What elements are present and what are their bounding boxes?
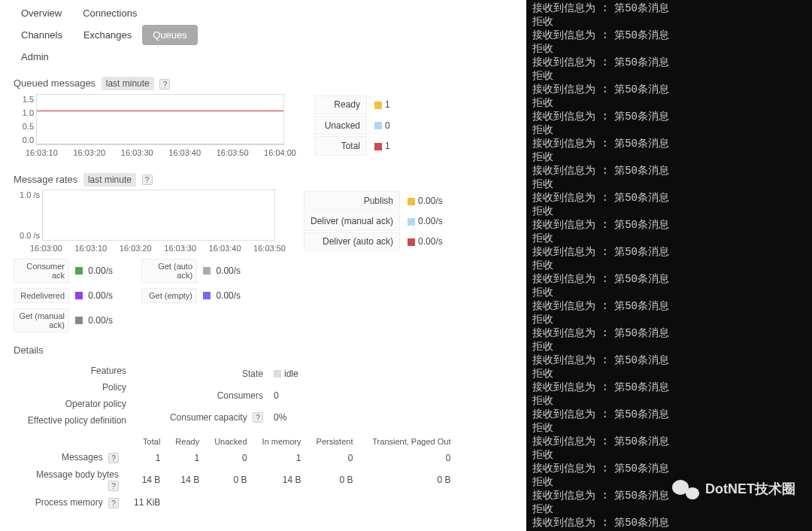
console-line: 接收到信息为 : 第50条消息 bbox=[532, 272, 806, 286]
console-line: 拒收 bbox=[532, 259, 806, 272]
console-line: 拒收 bbox=[532, 421, 806, 435]
console-line: 接收到信息为 : 第50条消息 bbox=[532, 435, 806, 448]
rate-get-empty: Get (empty) 0.00/s bbox=[141, 284, 241, 307]
console-line: 拒收 bbox=[532, 15, 806, 29]
swatch-get-auto bbox=[203, 267, 211, 275]
console-line: 拒收 bbox=[532, 340, 806, 353]
console-line: 接收到信息为 : 第50条消息 bbox=[532, 299, 806, 313]
table-row: Messages ?110100 bbox=[14, 449, 458, 466]
console-line: 接收到信息为 : 第50条消息 bbox=[532, 29, 806, 42]
console-line: 接收到信息为 : 第50条消息 bbox=[532, 83, 806, 96]
legend-total: Total bbox=[314, 136, 367, 155]
swatch-get-empty bbox=[203, 292, 211, 299]
queued-title: Queued messages bbox=[14, 77, 95, 89]
primary-tabs: Overview Connections bbox=[11, 3, 526, 23]
queued-unacked-line bbox=[37, 144, 283, 144]
console-line: 拒收 bbox=[532, 394, 806, 408]
console-line: 拒收 bbox=[532, 502, 806, 516]
console-line: 拒收 bbox=[532, 448, 806, 462]
console-line: 拒收 bbox=[532, 367, 806, 381]
swatch-get-manual bbox=[75, 317, 83, 324]
help-icon[interactable]: ? bbox=[142, 174, 153, 185]
console-line: 拒收 bbox=[532, 286, 806, 299]
console-line: 接收到信息为 : 第50条消息 bbox=[532, 489, 806, 502]
help-icon[interactable]: ? bbox=[108, 453, 119, 463]
tab-channels[interactable]: Channels bbox=[11, 25, 73, 45]
legend-deliver-auto: Deliver (auto ack) bbox=[304, 232, 400, 251]
tab-admin[interactable]: Admin bbox=[11, 47, 59, 67]
tab-queues[interactable]: Queues bbox=[142, 25, 198, 45]
console-line: 接收到信息为 : 第50条消息 bbox=[532, 245, 806, 259]
console-line: 拒收 bbox=[532, 313, 806, 326]
rates-chart: 1.0 /s 0.0 /s bbox=[42, 190, 275, 241]
rates-title: Message rates bbox=[14, 174, 77, 185]
swatch-ready bbox=[374, 102, 382, 109]
rate-get-manual: Get (manual ack) 0.00/s bbox=[14, 308, 113, 332]
console-line: 拒收 bbox=[532, 150, 806, 164]
console-line: 接收到信息为 : 第50条消息 bbox=[532, 353, 806, 367]
rates-y-axis: 1.0 /s 0.0 /s bbox=[13, 190, 40, 240]
rates-extra: Consumer ack 0.00/s Redelivered 0.00/s G… bbox=[14, 259, 526, 332]
console-line: 接收到信息为 : 第50条消息 bbox=[532, 326, 806, 340]
details-right: Stateidle Consumers0 Consumer capacity ?… bbox=[150, 362, 304, 429]
console-line: 拒收 bbox=[532, 96, 806, 110]
state-icon bbox=[274, 370, 281, 378]
queued-section: Queued messages last minute ? bbox=[14, 77, 526, 90]
swatch-total bbox=[374, 143, 382, 150]
tab-overview[interactable]: Overview bbox=[11, 3, 72, 23]
tab-exchanges[interactable]: Exchanges bbox=[73, 25, 142, 45]
console-line: 接收到信息为 : 第50条消息 bbox=[532, 110, 806, 123]
rate-redelivered: Redelivered 0.00/s bbox=[14, 284, 113, 307]
swatch-redelivered bbox=[75, 292, 83, 299]
queued-x-axis: 16:03:1016:03:2016:03:3016:03:4016:03:50… bbox=[26, 148, 296, 157]
console-line: 拒收 bbox=[532, 123, 806, 137]
help-icon[interactable]: ? bbox=[159, 79, 170, 90]
console-line: 接收到信息为 : 第50条消息 bbox=[532, 191, 806, 205]
legend-publish: Publish bbox=[304, 191, 400, 210]
details-left: Features Policy Operator policy Effectiv… bbox=[14, 362, 143, 429]
console-line: 接收到信息为 : 第50条消息 bbox=[532, 2, 806, 15]
rates-x-axis: 16:03:0016:03:1016:03:2016:03:3016:03:40… bbox=[30, 244, 286, 253]
primary-tabs-row3: Admin bbox=[11, 47, 526, 67]
swatch-publish bbox=[408, 198, 415, 205]
primary-tabs-row2: Channels Exchanges Queues bbox=[11, 25, 526, 45]
rates-interval[interactable]: last minute bbox=[83, 173, 136, 187]
memory-table: TotalReadyUnackedIn memoryPersistentTran… bbox=[14, 434, 458, 511]
swatch-deliver-auto bbox=[408, 238, 415, 246]
console-line: 拒收 bbox=[532, 178, 806, 191]
console-line: 接收到信息为 : 第50条消息 bbox=[532, 381, 806, 394]
rates-section: Message rates last minute ? bbox=[14, 174, 526, 186]
details-title: Details bbox=[14, 344, 526, 356]
console-line: 接收到信息为 : 第50条消息 bbox=[532, 164, 806, 178]
queued-y-axis: 1.5 1.0 0.5 0.0 bbox=[14, 95, 34, 144]
help-icon[interactable]: ? bbox=[108, 481, 119, 491]
swatch-consumer-ack bbox=[75, 267, 83, 275]
swatch-deliver-manual bbox=[408, 218, 415, 226]
console-output: 接收到信息为 : 第50条消息拒收接收到信息为 : 第50条消息拒收接收到信息为… bbox=[526, 0, 812, 531]
legend-deliver-manual: Deliver (manual ack) bbox=[304, 211, 400, 230]
console-line: 接收到信息为 : 第50条消息 bbox=[532, 218, 806, 232]
console-line: 拒收 bbox=[532, 42, 806, 56]
queued-chart: 1.5 1.0 0.5 0.0 bbox=[36, 94, 284, 145]
legend-ready: Ready bbox=[314, 96, 367, 114]
swatch-unacked bbox=[374, 122, 382, 129]
console-line: 接收到信息为 : 第50条消息 bbox=[532, 137, 806, 150]
queued-legend: Ready1 Unacked0 Total1 bbox=[313, 94, 398, 157]
rate-get-auto: Get (auto ack) 0.00/s bbox=[141, 259, 241, 283]
queued-interval[interactable]: last minute bbox=[102, 77, 154, 90]
console-line: 接收到信息为 : 第50条消息 bbox=[532, 462, 806, 475]
console-line: 拒收 bbox=[532, 232, 806, 245]
legend-unacked: Unacked bbox=[314, 116, 367, 135]
tab-connections[interactable]: Connections bbox=[72, 3, 147, 23]
console-line: 拒收 bbox=[532, 69, 806, 83]
help-icon[interactable]: ? bbox=[253, 412, 263, 423]
console-line: 拒收 bbox=[532, 205, 806, 218]
help-icon[interactable]: ? bbox=[108, 498, 119, 508]
rates-legend: Publish0.00/s Deliver (manual ack)0.00/s… bbox=[302, 190, 450, 253]
console-line: 拒收 bbox=[532, 475, 806, 489]
table-row: Process memory ?11 KiB bbox=[14, 494, 458, 511]
console-line: 接收到信息为 : 第50条消息 bbox=[532, 408, 806, 421]
console-line: 接收到信息为 : 第50条消息 bbox=[532, 516, 806, 529]
rate-consumer-ack: Consumer ack 0.00/s bbox=[14, 259, 113, 283]
table-row: Message body bytes ?14 B14 B0 B14 B0 B0 … bbox=[14, 466, 458, 494]
